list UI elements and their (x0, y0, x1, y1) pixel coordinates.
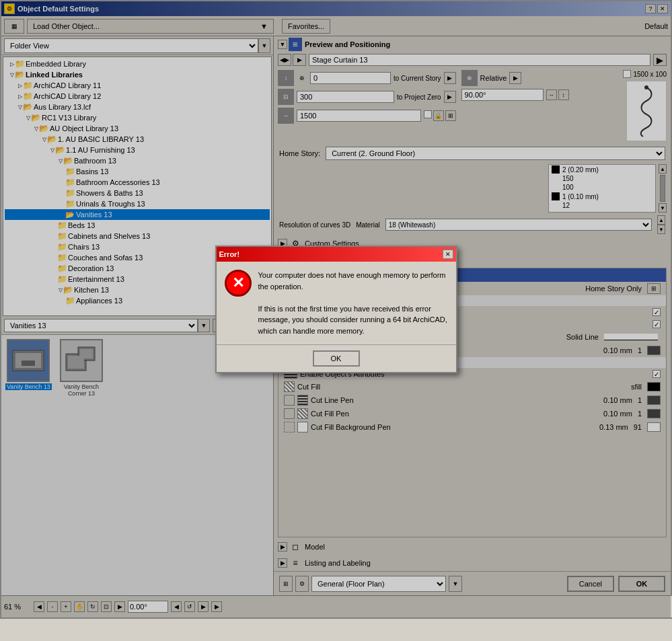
error-title-bar: Error! ✕ (217, 247, 456, 262)
error-icon: ✕ (225, 270, 252, 297)
error-footer: OK (217, 344, 456, 372)
error-dialog: Error! ✕ ✕ Your computer does not have e… (215, 246, 457, 373)
error-line2: If this is not the first time you have r… (258, 303, 448, 337)
error-line1: Your computer does not have enough memor… (258, 270, 448, 292)
error-ok-button[interactable]: OK (313, 350, 360, 367)
error-overlay: Error! ✕ ✕ Your computer does not have e… (1, 1, 671, 617)
error-body: ✕ Your computer does not have enough mem… (217, 262, 456, 344)
error-close-button[interactable]: ✕ (443, 250, 453, 259)
error-text-content: Your computer does not have enough memor… (258, 270, 448, 336)
error-title-text: Error! (219, 250, 443, 258)
